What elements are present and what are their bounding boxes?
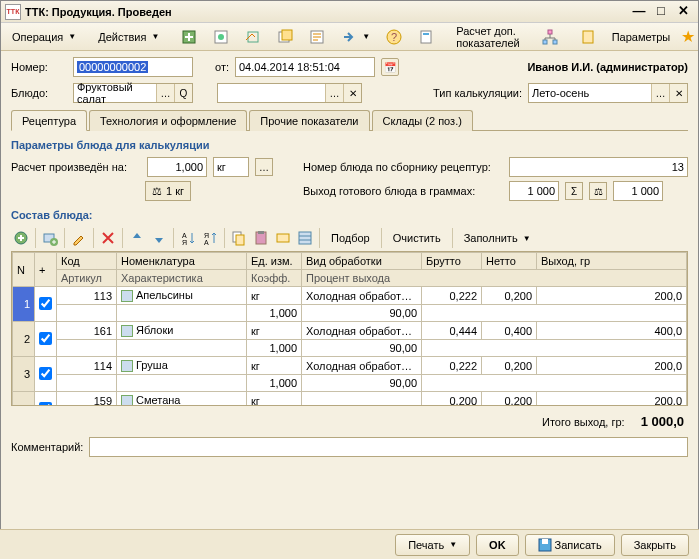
- app-icon: ТТК: [5, 4, 21, 20]
- minimize-button[interactable]: —: [628, 3, 650, 21]
- yield-input-2[interactable]: 1 000: [613, 181, 663, 201]
- paste-icon[interactable]: [251, 228, 271, 248]
- toolbar-icon-tree[interactable]: [535, 26, 565, 48]
- table-row[interactable]: 2161ЯблокикгХолодная обработ…0,4440,4004…: [13, 322, 687, 340]
- save-button[interactable]: Записать: [525, 534, 615, 556]
- col-check[interactable]: +: [35, 253, 57, 287]
- col-out[interactable]: Выход, гр: [537, 253, 687, 270]
- grid[interactable]: N + Код Номенклатура Ед. изм. Вид обрабо…: [11, 251, 688, 406]
- table-subrow[interactable]: 1,00090,00: [13, 340, 687, 357]
- toolbar-icon-4[interactable]: [270, 26, 300, 48]
- toolbar-icon-6[interactable]: ▼: [334, 26, 377, 48]
- tab-stores[interactable]: Склады (2 поз.): [372, 110, 473, 131]
- yield-input-1[interactable]: 1 000: [509, 181, 559, 201]
- print-button[interactable]: Печать▼: [395, 534, 470, 556]
- toolbar-icon-1[interactable]: [174, 26, 204, 48]
- svg-rect-9: [421, 31, 431, 43]
- toolbar-icon-5[interactable]: [302, 26, 332, 48]
- clear-icon[interactable]: ✕: [343, 84, 361, 102]
- toolbar-icon-3[interactable]: [238, 26, 268, 48]
- weight-icon[interactable]: ⚖: [589, 182, 607, 200]
- footer: Печать▼ OK Записать Закрыть: [0, 529, 699, 559]
- col-code[interactable]: Код: [57, 253, 117, 270]
- col-brutto[interactable]: Брутто: [422, 253, 482, 270]
- move-down-icon[interactable]: [149, 228, 169, 248]
- calc-on-unit[interactable]: кг: [213, 157, 249, 177]
- item-icon: [121, 360, 133, 372]
- tab-other[interactable]: Прочие показатели: [249, 110, 369, 131]
- calc-type-input[interactable]: Лето-осень … ✕: [528, 83, 688, 103]
- col-char[interactable]: Характеристика: [117, 270, 247, 287]
- toolbar-icon-doc[interactable]: [573, 26, 603, 48]
- svg-rect-26: [277, 234, 289, 242]
- calc-on-label: Расчет произведён на:: [11, 161, 141, 173]
- table-subrow[interactable]: 1,00090,00: [13, 375, 687, 392]
- dish-num-input[interactable]: 13: [509, 157, 688, 177]
- dish-search-icon[interactable]: Q: [174, 84, 192, 102]
- table-row[interactable]: 1113АпельсиныкгХолодная обработ…0,2220,2…: [13, 287, 687, 305]
- row-check[interactable]: [39, 297, 52, 310]
- tabs: Рецептура Технология и оформление Прочие…: [11, 109, 688, 131]
- calc-on-value[interactable]: 1,000: [147, 157, 207, 177]
- actions-menu[interactable]: Действия▼: [91, 26, 166, 48]
- dish-input[interactable]: Фруктовый салат … Q: [73, 83, 193, 103]
- tab-recipe[interactable]: Рецептура: [11, 110, 87, 131]
- chevron-down-icon: ▼: [362, 32, 370, 41]
- add-row-icon[interactable]: [11, 228, 31, 248]
- favorite-icon[interactable]: ★: [681, 27, 695, 46]
- close-button[interactable]: ✕: [672, 3, 694, 21]
- col-articul[interactable]: Артикул: [57, 270, 117, 287]
- grid-icon-a[interactable]: [273, 228, 293, 248]
- clear-button[interactable]: Очистить: [386, 227, 448, 249]
- comment-input[interactable]: [89, 437, 688, 457]
- user-label: Иванов И.И. (администратор): [527, 61, 688, 73]
- row-check[interactable]: [39, 367, 52, 380]
- svg-rect-13: [553, 40, 557, 44]
- select-icon[interactable]: …: [651, 84, 669, 102]
- kg-button[interactable]: ⚖1 кг: [145, 181, 191, 201]
- col-nomen[interactable]: Номенклатура: [117, 253, 247, 270]
- number-input[interactable]: 00000000002: [73, 57, 193, 77]
- sort-asc-icon[interactable]: AЯ: [178, 228, 198, 248]
- podbor-button[interactable]: Подбор: [324, 227, 377, 249]
- row-check[interactable]: [39, 332, 52, 345]
- unit-select-icon[interactable]: …: [255, 158, 273, 176]
- insert-row-icon[interactable]: [40, 228, 60, 248]
- col-proc[interactable]: Вид обработки: [302, 253, 422, 270]
- ok-button[interactable]: OK: [476, 534, 519, 556]
- col-unit[interactable]: Ед. изм.: [247, 253, 302, 270]
- close-button[interactable]: Закрыть: [621, 534, 689, 556]
- move-up-icon[interactable]: [127, 228, 147, 248]
- table-row[interactable]: 4159Сметанакг0,2000,200200,0: [13, 392, 687, 406]
- toolbar-icon-2[interactable]: [206, 26, 236, 48]
- col-n[interactable]: N: [13, 253, 35, 287]
- delete-row-icon[interactable]: [98, 228, 118, 248]
- maximize-button[interactable]: □: [650, 3, 672, 21]
- table-row[interactable]: 3114ГрушакгХолодная обработ…0,2220,20020…: [13, 357, 687, 375]
- edit-row-icon[interactable]: [69, 228, 89, 248]
- table-subrow[interactable]: 1,00090,00: [13, 305, 687, 322]
- date-input[interactable]: 04.04.2014 18:51:04: [235, 57, 375, 77]
- grid-toolbar: AЯ ЯA Подбор Очистить Заполнить▼: [11, 227, 688, 249]
- sort-desc-icon[interactable]: ЯA: [200, 228, 220, 248]
- select-icon[interactable]: …: [325, 84, 343, 102]
- col-koef[interactable]: Коэфф.: [247, 270, 302, 287]
- calc-extra-button[interactable]: Расчет доп. показателей: [449, 26, 526, 48]
- dish-select-icon[interactable]: …: [156, 84, 174, 102]
- calendar-icon[interactable]: 📅: [381, 58, 399, 76]
- row-check[interactable]: [39, 402, 52, 406]
- operation-menu[interactable]: Операция▼: [5, 26, 83, 48]
- col-procout[interactable]: Процент выхода: [302, 270, 687, 287]
- secondary-input[interactable]: … ✕: [217, 83, 362, 103]
- sigma-icon[interactable]: Σ: [565, 182, 583, 200]
- fill-button[interactable]: Заполнить▼: [457, 227, 538, 249]
- copy-icon[interactable]: [229, 228, 249, 248]
- col-netto[interactable]: Нетто: [482, 253, 537, 270]
- toolbar-icon-8[interactable]: [411, 26, 441, 48]
- params-button[interactable]: Параметры: [605, 26, 678, 48]
- help-button[interactable]: ?: [379, 26, 409, 48]
- svg-text:Я: Я: [182, 239, 187, 246]
- clear-icon[interactable]: ✕: [669, 84, 687, 102]
- tab-tech[interactable]: Технология и оформление: [89, 110, 247, 131]
- grid-icon-b[interactable]: [295, 228, 315, 248]
